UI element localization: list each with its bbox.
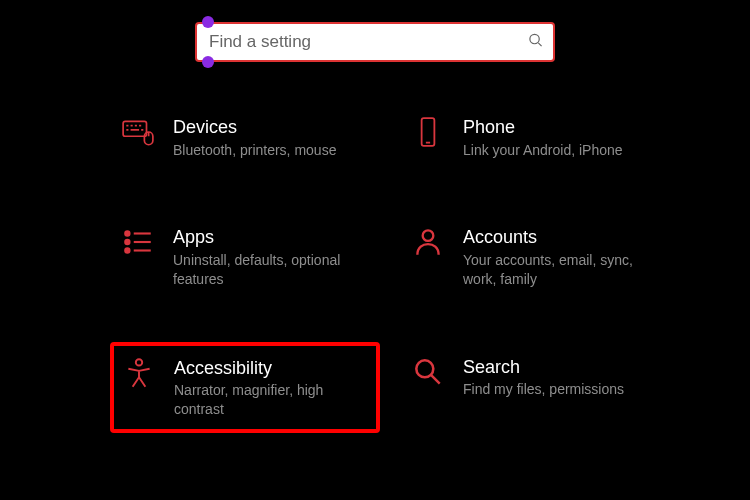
cursor-indicator-top bbox=[202, 16, 214, 28]
category-text: Apps Uninstall, defaults, optional featu… bbox=[173, 225, 369, 288]
category-text: Accounts Your accounts, email, sync, wor… bbox=[463, 225, 659, 288]
svg-point-20 bbox=[423, 231, 434, 242]
settings-categories: Devices Bluetooth, printers, mouse Phone… bbox=[0, 102, 750, 433]
category-title: Accounts bbox=[463, 227, 659, 249]
category-search[interactable]: Search Find my files, permissions bbox=[400, 342, 670, 433]
category-devices[interactable]: Devices Bluetooth, printers, mouse bbox=[110, 102, 380, 172]
category-phone[interactable]: Phone Link your Android, iPhone bbox=[400, 102, 670, 172]
category-text: Accessibility Narrator, magnifier, high … bbox=[174, 356, 368, 419]
svg-point-15 bbox=[125, 240, 129, 244]
cursor-indicator-bottom bbox=[202, 56, 214, 68]
search-container bbox=[195, 22, 555, 62]
category-title: Accessibility bbox=[174, 358, 368, 380]
category-text: Search Find my files, permissions bbox=[463, 355, 659, 399]
category-text: Phone Link your Android, iPhone bbox=[463, 115, 659, 159]
category-title: Phone bbox=[463, 117, 659, 139]
category-desc: Find my files, permissions bbox=[463, 380, 653, 399]
category-text: Devices Bluetooth, printers, mouse bbox=[173, 115, 369, 159]
category-accessibility[interactable]: Accessibility Narrator, magnifier, high … bbox=[110, 342, 380, 433]
svg-line-23 bbox=[431, 375, 440, 384]
search-input[interactable] bbox=[195, 22, 555, 62]
svg-point-16 bbox=[125, 249, 129, 253]
category-desc: Uninstall, defaults, optional features bbox=[173, 251, 363, 289]
svg-point-14 bbox=[125, 232, 129, 236]
category-desc: Bluetooth, printers, mouse bbox=[173, 141, 363, 160]
category-apps[interactable]: Apps Uninstall, defaults, optional featu… bbox=[110, 212, 380, 301]
category-title: Search bbox=[463, 357, 659, 379]
person-icon bbox=[411, 225, 445, 259]
magnify-icon bbox=[411, 355, 445, 389]
category-accounts[interactable]: Accounts Your accounts, email, sync, wor… bbox=[400, 212, 670, 301]
svg-rect-12 bbox=[422, 118, 435, 146]
svg-point-21 bbox=[136, 359, 142, 365]
category-desc: Your accounts, email, sync, work, family bbox=[463, 251, 653, 289]
category-title: Devices bbox=[173, 117, 369, 139]
phone-icon bbox=[411, 115, 445, 149]
keyboard-mouse-icon bbox=[121, 115, 155, 149]
accessibility-icon bbox=[122, 356, 156, 390]
svg-point-22 bbox=[416, 360, 433, 377]
category-desc: Narrator, magnifier, high contrast bbox=[174, 381, 364, 419]
svg-rect-2 bbox=[123, 121, 146, 136]
list-icon bbox=[121, 225, 155, 259]
category-desc: Link your Android, iPhone bbox=[463, 141, 653, 160]
category-title: Apps bbox=[173, 227, 369, 249]
